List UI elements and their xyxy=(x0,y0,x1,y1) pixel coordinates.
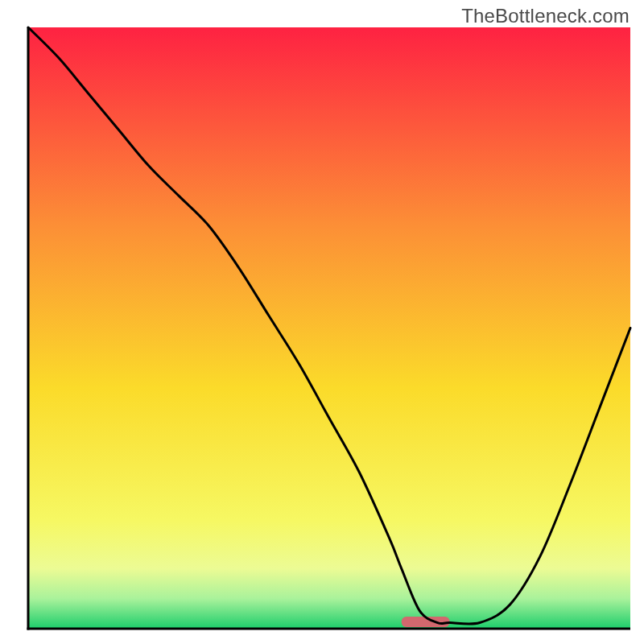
plot-background xyxy=(28,27,630,629)
chart-container: TheBottleneck.com xyxy=(0,0,644,644)
bottleneck-chart xyxy=(0,0,644,644)
watermark-label: TheBottleneck.com xyxy=(461,5,630,27)
